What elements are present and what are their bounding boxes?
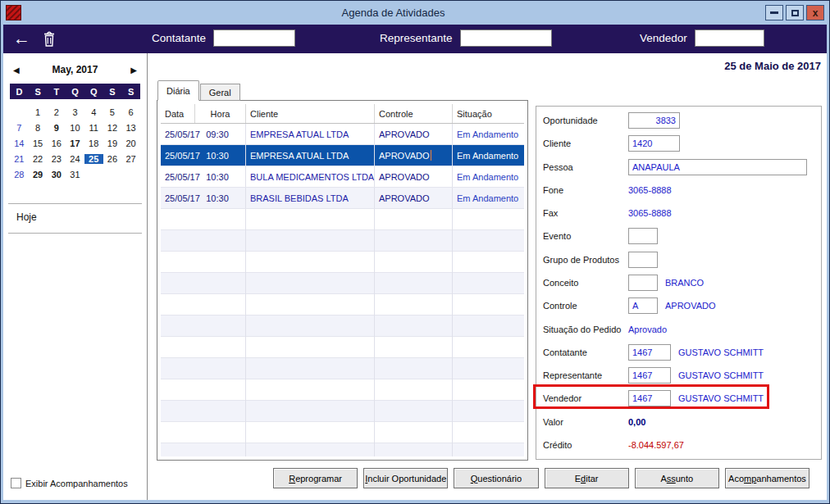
table-row[interactable]: 25/05/17 09:30 EMPRESA ATUAL LTDA APROVA… [161,124,524,145]
pessoa-input[interactable] [628,159,807,175]
minimize-button[interactable] [765,5,783,20]
oportunidade-input[interactable] [628,112,680,129]
back-icon[interactable]: ← [13,28,30,49]
exibir-acompanhamentos-checkbox[interactable] [11,478,21,488]
col-header-hora[interactable]: Hora [194,104,245,123]
calendar-day[interactable]: 2 [47,107,66,117]
calendar-day[interactable]: 25 [84,154,103,164]
calendar-day[interactable]: 7 [10,123,29,133]
calendar-day[interactable]: 4 [84,107,103,117]
cell-cliente: EMPRESA ATUAL LTDA [245,145,374,166]
contatante-input[interactable] [628,344,671,361]
calendar-day[interactable]: 26 [103,154,122,164]
day-header: Q [84,87,103,97]
cell-cliente: EMPRESA ATUAL LTDA [245,124,374,144]
assunto-button[interactable]: Assunto [635,468,719,488]
controle-input[interactable] [628,297,658,314]
grupo-produtos-input[interactable] [628,252,658,268]
calendar-panel: ◀ May, 2017 ▶ D S T Q Q S S 1 2 3 [3,53,148,500]
field-label: Crédito [543,440,628,450]
calendar-day[interactable]: 23 [47,154,66,164]
calendar-day[interactable]: 28 [10,170,29,179]
credito-value: -8.044.597,67 [628,440,684,450]
representante-filter-label: Representante [380,32,453,44]
editar-button[interactable]: Editar [545,468,629,488]
calendar-day[interactable]: 15 [29,138,48,148]
calendar-day[interactable]: 30 [47,170,66,179]
evento-input[interactable] [628,228,658,244]
field-valor: Valor 0,00 [543,413,814,431]
toolbar-filter-vendedor: Vendedor [640,30,764,47]
calendar-day[interactable]: 13 [121,123,140,133]
calendar-day-headers: D S T Q Q S S [10,84,140,99]
incluir-oportunidade-button[interactable]: Incluir Oportunidade [363,468,448,488]
app-window: Agenda de Atividades x ← Contatante [0,0,830,504]
calendar-day[interactable]: 8 [29,123,48,133]
calendar-day[interactable]: 3 [66,107,84,117]
reprogramar-button[interactable]: Reprogramar [273,468,358,488]
col-header-cliente[interactable]: Cliente [245,104,374,123]
calendar-day[interactable]: 16 [47,138,66,148]
calendar-day[interactable]: 27 [121,154,140,164]
vendedor-filter-input[interactable] [695,30,764,47]
calendar-day[interactable]: 20 [121,138,140,148]
field-situacao-pedido: Situação do Pedido Aprovado [543,320,814,338]
table-row[interactable]: 25/05/17 10:30 BULA MEDICAMENTOS LTDA AP… [161,166,524,188]
tab-geral[interactable]: Geral [200,84,240,101]
window-body: ← Contatante Representante Vendedor [3,25,827,500]
calendar-day[interactable]: 6 [121,107,140,117]
trash-icon[interactable] [42,30,57,51]
calendar-next-icon[interactable]: ▶ [122,66,137,75]
field-label: Situação do Pedido [543,325,628,334]
calendar-day[interactable]: 31 [66,170,84,179]
exibir-acompanhamentos-row: Exibir Acompanhamentos [11,478,128,488]
today-button[interactable]: Hoje [8,203,142,234]
questionario-button[interactable]: Questionário [454,468,538,488]
close-button[interactable]: x [806,5,824,20]
table-row[interactable]: 25/05/17 10:30 BRASIL BEBIDAS LTDA APROV… [161,188,524,209]
field-vendedor: Vendedor GUSTAVO SCHMITT [543,389,814,407]
table-row-selected[interactable]: 25/05/17 10:30 EMPRESA ATUAL LTDA APROVA… [161,145,524,166]
exibir-acompanhamentos-label: Exibir Acompanhamentos [25,479,128,488]
field-grupo-produtos: Grupo de Produtos [543,251,814,269]
cliente-input[interactable] [628,135,680,152]
maximize-button[interactable] [786,5,804,20]
calendar-title: May, 2017 [28,64,122,75]
calendar-day[interactable]: 9 [47,123,66,133]
calendar-day[interactable]: 24 [66,154,84,164]
conceito-input[interactable] [628,275,658,291]
cell-controle: APROVADO [374,166,452,187]
tab-diaria[interactable]: Diária [157,80,199,101]
calendar-day[interactable]: 12 [103,123,122,133]
calendar-day[interactable]: 17 [66,138,84,148]
contatante-filter-input[interactable] [213,30,295,47]
calendar-prev-icon[interactable]: ◀ [13,66,28,75]
cell-hora: 10:30 [194,193,245,203]
representante-input[interactable] [628,367,671,384]
calendar-day[interactable]: 22 [29,154,48,164]
day-header: S [121,87,140,97]
calendar-day[interactable]: 10 [66,123,84,133]
tab-bar: Diária Geral [157,80,240,101]
acompanhamentos-button[interactable]: Acompanhamentos [725,468,809,488]
col-header-situacao[interactable]: Situação [452,104,524,123]
col-header-data[interactable]: Data [161,104,194,123]
calendar-day[interactable]: 21 [10,154,29,164]
col-header-controle[interactable]: Controle [374,104,452,123]
field-controle: Controle APROVADO [543,297,814,315]
calendar-day[interactable]: 18 [84,138,103,148]
cell-controle: APROVADO [374,124,452,144]
fax-value: 3065-8888 [628,208,672,218]
calendar-day[interactable]: 5 [103,107,122,117]
calendar-day[interactable]: 1 [29,107,48,117]
calendar-day[interactable]: 19 [103,138,122,148]
representante-filter-input[interactable] [460,30,552,47]
calendar-day[interactable]: 29 [29,170,48,179]
calendar-nav: ◀ May, 2017 ▶ [13,64,137,75]
calendar-day[interactable]: 14 [10,138,29,148]
vendedor-description: GUSTAVO SCHMITT [678,393,764,403]
field-label: Controle [543,301,628,311]
vendedor-input[interactable] [628,390,671,406]
text-caret [431,150,431,161]
calendar-day[interactable]: 11 [84,123,103,133]
